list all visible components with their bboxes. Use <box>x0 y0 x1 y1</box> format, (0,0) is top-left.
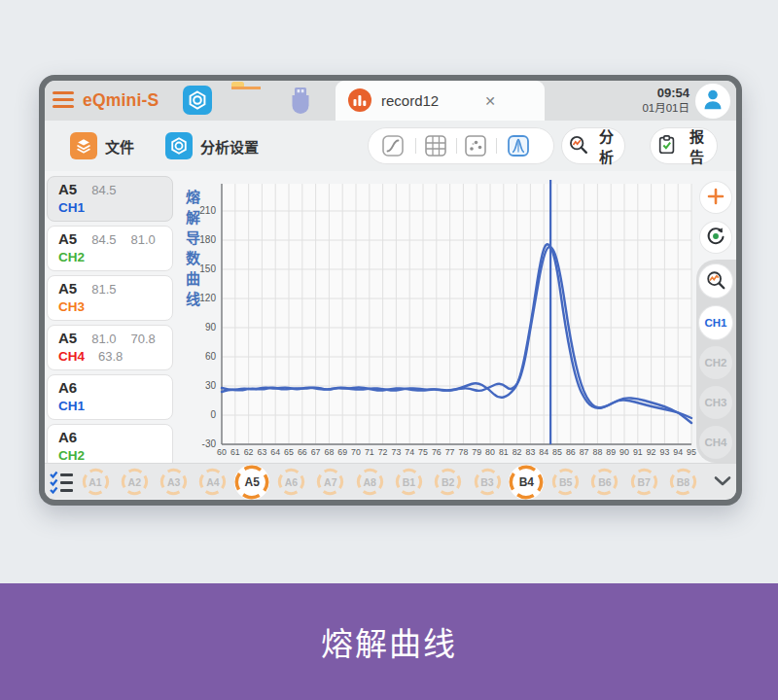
zoom-curve-icon <box>705 269 726 294</box>
well-button-b1[interactable]: B1 <box>395 468 423 496</box>
report-label: 报告 <box>683 125 711 166</box>
melt-curve-chart: 2101801501209060300-30606162636465666768… <box>181 174 706 458</box>
well-button-a6[interactable]: A6 <box>277 468 305 496</box>
svg-text:64: 64 <box>270 447 280 457</box>
channel-card[interactable]: A6CH1 <box>47 374 173 420</box>
svg-text:88: 88 <box>593 447 603 457</box>
channel-label: CH3 <box>58 299 85 314</box>
well-selector-bar: A1A2A3A4A5A6A7A8B1B2B3B4B5B6B7B8 <box>45 463 736 499</box>
well-button-label: A7 <box>316 468 344 496</box>
table-view-button[interactable] <box>423 133 448 158</box>
collapse-bar-button[interactable] <box>713 475 732 490</box>
top-bar: eQmini-S <box>45 81 736 121</box>
svg-text:95: 95 <box>687 447 696 457</box>
well-button-a1[interactable]: A1 <box>82 468 110 496</box>
app-logo-button[interactable] <box>183 86 212 115</box>
well-button-label: A4 <box>198 468 227 496</box>
melt-peak-view-button[interactable] <box>506 133 531 158</box>
settings-gear-icon <box>165 132 193 159</box>
reset-view-button[interactable] <box>700 222 731 253</box>
page-background: eQmini-S <box>0 0 778 700</box>
svg-text:60: 60 <box>217 447 227 457</box>
menu-button[interactable] <box>53 91 76 110</box>
channel-toggle-ch3[interactable]: CH3 <box>699 386 732 419</box>
channel-card[interactable]: A584.5CH1 <box>47 176 173 222</box>
svg-text:150: 150 <box>199 263 216 274</box>
well-label: A5 <box>58 181 77 197</box>
well-button-a3[interactable]: A3 <box>159 468 188 496</box>
amplification-curve-view-button[interactable] <box>380 133 406 158</box>
svg-text:93: 93 <box>660 447 670 457</box>
channel-toggle-ch4[interactable]: CH4 <box>699 426 732 459</box>
well-button-label: A8 <box>356 468 384 496</box>
banner-title: 熔解曲线 <box>321 618 457 665</box>
hamburger-icon <box>53 91 76 108</box>
report-button[interactable]: 报告 <box>650 127 718 164</box>
melt-temp-value: 81.0 <box>91 332 116 346</box>
divider <box>415 138 416 154</box>
well-button-b3[interactable]: B3 <box>474 468 502 496</box>
add-button[interactable] <box>700 182 731 213</box>
well-button-b8[interactable]: B8 <box>669 468 697 496</box>
file-button[interactable]: 文件 <box>70 132 134 159</box>
channel-label: CH2 <box>58 250 85 264</box>
well-button-label: A3 <box>159 468 188 496</box>
svg-text:89: 89 <box>606 447 616 457</box>
well-label: A5 <box>58 230 77 247</box>
well-button-b7[interactable]: B7 <box>630 468 658 496</box>
analyze-button[interactable]: 分析 <box>561 127 625 164</box>
analyze-label: 分析 <box>594 125 619 166</box>
channel-card[interactable]: A581.070.8CH463.8 <box>47 325 173 370</box>
table-icon <box>423 133 448 158</box>
channel-label: CH1 <box>58 399 85 413</box>
svg-text:68: 68 <box>325 447 335 457</box>
svg-text:90: 90 <box>205 322 217 332</box>
analysis-settings-label: 分析设置 <box>200 136 259 157</box>
usb-button[interactable] <box>288 87 313 119</box>
tab-record[interactable]: record12 ✕ <box>336 81 545 121</box>
zoom-curve-button[interactable] <box>699 264 732 298</box>
channel-card[interactable]: A581.5CH3 <box>47 275 173 321</box>
melt-temp-value: 84.5 <box>91 232 116 247</box>
scatter-view-button[interactable] <box>463 133 488 158</box>
melt-temp-value: 81.0 <box>131 232 156 247</box>
reset-icon <box>705 226 726 250</box>
well-label: A6 <box>58 379 77 396</box>
close-icon[interactable]: ✕ <box>476 81 505 121</box>
well-multiselect-button[interactable] <box>49 470 76 497</box>
well-button-label: A2 <box>121 468 149 496</box>
well-button-a2[interactable]: A2 <box>121 468 149 496</box>
channel-label: CH1 <box>58 200 85 215</box>
clock: 09:54 01月01日 <box>642 86 690 116</box>
report-clipboard-icon <box>656 134 678 158</box>
user-avatar-button[interactable] <box>695 84 730 119</box>
channel-toggle-ch2[interactable]: CH2 <box>699 346 732 379</box>
well-button-a8[interactable]: A8 <box>356 468 384 496</box>
melt-peak-icon <box>506 133 531 158</box>
svg-text:92: 92 <box>647 447 656 457</box>
svg-text:60: 60 <box>205 351 217 362</box>
user-avatar-icon <box>697 84 728 118</box>
svg-text:210: 210 <box>199 205 216 216</box>
usb-icon <box>288 104 313 119</box>
svg-text:79: 79 <box>472 447 481 457</box>
app-title: eQmini-S <box>83 81 159 121</box>
well-button-a7[interactable]: A7 <box>316 468 344 496</box>
svg-text:72: 72 <box>378 447 388 457</box>
well-button-a4[interactable]: A4 <box>198 468 227 496</box>
channel-card[interactable]: A584.581.0CH2 <box>47 226 173 271</box>
channel-label: CH2 <box>58 448 85 463</box>
channel-toggle-ch1[interactable]: CH1 <box>699 306 732 339</box>
well-button-b5[interactable]: B5 <box>551 468 580 496</box>
well-button-b4[interactable]: B4 <box>509 465 544 500</box>
well-button-label: B1 <box>395 468 423 496</box>
analyze-magnifier-icon <box>568 134 589 158</box>
checklist-icon <box>49 482 76 497</box>
well-button-a5[interactable]: A5 <box>234 465 269 500</box>
content-area: A584.5CH1A584.581.0CH2A581.5CH3A581.070.… <box>45 171 736 463</box>
well-button-b6[interactable]: B6 <box>590 468 619 496</box>
svg-text:74: 74 <box>405 447 414 457</box>
analysis-settings-button[interactable]: 分析设置 <box>165 132 259 159</box>
svg-text:90: 90 <box>619 447 629 457</box>
well-button-b2[interactable]: B2 <box>434 468 462 496</box>
